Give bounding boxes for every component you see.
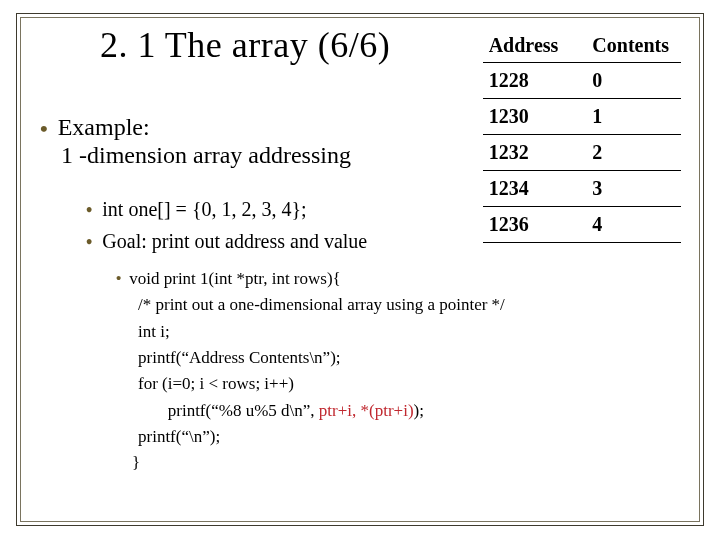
declaration-text: int one[] = {0, 1, 2, 3, 4};: [102, 198, 306, 220]
code-line: printf(“\n”);: [138, 424, 505, 450]
code-line: }: [132, 450, 505, 476]
goal-text: Goal: print out address and value: [102, 230, 367, 252]
table-header-contents: Contents: [586, 29, 681, 63]
bullet-declaration: •int one[] = {0, 1, 2, 3, 4};: [86, 198, 307, 221]
bullet-icon: •: [40, 116, 48, 141]
table-row: 12322: [483, 135, 681, 171]
table-row: 12301: [483, 99, 681, 135]
table-row: 12364: [483, 207, 681, 243]
example-label: Example:: [58, 114, 150, 140]
address-contents-table: Address Contents 12280 12301 12322 12343…: [483, 29, 681, 243]
code-line: printf(“%8 u%5 d\n”, ptr+i, *(ptr+i));: [138, 398, 505, 424]
code-line: for (i=0; i < rows; i++): [138, 371, 505, 397]
code-line: /* print out a one-dimensional array usi…: [138, 292, 505, 318]
code-line: printf(“Address Contents\n”);: [138, 345, 505, 371]
code-line: void print 1(int *ptr, int rows){: [129, 269, 340, 288]
table-row: 12343: [483, 171, 681, 207]
table-header-address: Address: [483, 29, 587, 63]
slide: 2. 1 The array (6/6) Address Contents 12…: [0, 0, 720, 540]
table-row: 12280: [483, 63, 681, 99]
code-highlight: ptr+i, *(ptr+i): [319, 401, 414, 420]
example-subtitle: 1 -dimension array addressing: [61, 142, 351, 169]
bullet-icon: •: [86, 232, 92, 252]
bullet-icon: •: [116, 270, 121, 286]
bullet-goal: •Goal: print out address and value: [86, 230, 367, 253]
bullet-icon: •: [86, 200, 92, 220]
bullet-example: •Example: 1 -dimension array addressing: [40, 114, 150, 142]
slide-title: 2. 1 The array (6/6): [100, 24, 390, 66]
code-block: •void print 1(int *ptr, int rows){ /* pr…: [116, 266, 505, 477]
code-line: int i;: [138, 319, 505, 345]
